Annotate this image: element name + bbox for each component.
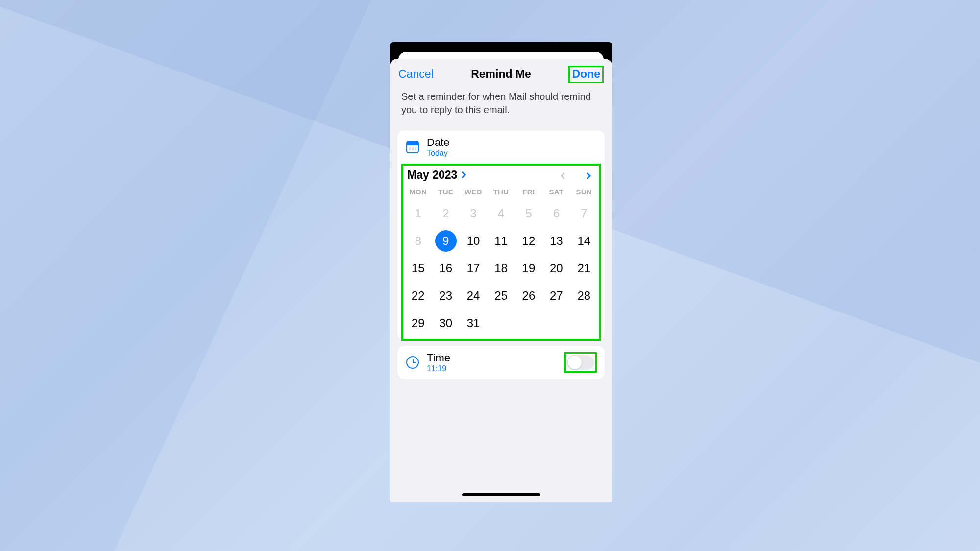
time-row[interactable]: Time 11:19: [397, 346, 605, 379]
chevron-right-icon: [459, 171, 466, 178]
prev-month-button[interactable]: [557, 169, 571, 181]
calendar-day[interactable]: 9: [432, 227, 459, 255]
phone-frame: Cancel Remind Me Done Set a reminder for…: [390, 42, 612, 502]
date-label: Date: [427, 136, 597, 149]
sheet-title: Remind Me: [471, 68, 531, 81]
calendar-day[interactable]: 29: [404, 310, 432, 337]
calendar-day[interactable]: 16: [432, 255, 459, 282]
done-button[interactable]: Done: [572, 68, 600, 80]
next-month-button[interactable]: [580, 169, 595, 181]
chevron-left-icon: [561, 172, 567, 179]
calendar-day[interactable]: 1: [404, 200, 432, 227]
calendar-day[interactable]: 23: [432, 282, 459, 310]
calendar-day[interactable]: 19: [515, 255, 542, 282]
calendar-day[interactable]: 20: [542, 255, 570, 282]
calendar-day[interactable]: 24: [460, 282, 487, 310]
calendar-day[interactable]: 17: [460, 255, 487, 282]
date-card: Date Today May 2023 MONTUEWEDTHUFRISATSU…: [397, 130, 605, 341]
calendar-day[interactable]: 4: [487, 200, 514, 227]
remind-me-sheet: Cancel Remind Me Done Set a reminder for…: [390, 59, 612, 502]
weekday-header: SAT: [542, 186, 570, 200]
calendar-day[interactable]: 15: [404, 255, 432, 282]
calendar-day[interactable]: 7: [570, 200, 598, 227]
calendar-day[interactable]: 21: [570, 255, 598, 282]
done-highlight: Done: [568, 66, 604, 83]
calendar-day[interactable]: 12: [515, 227, 542, 255]
time-card: Time 11:19: [397, 346, 605, 379]
month-label: May 2023: [407, 168, 457, 182]
weekday-header: SUN: [570, 186, 598, 200]
calendar-day[interactable]: 28: [570, 282, 598, 310]
weekday-header: MON: [404, 186, 432, 200]
weekday-header: TUE: [432, 186, 459, 200]
calendar-day[interactable]: 14: [570, 227, 598, 255]
calendar-day[interactable]: 13: [542, 227, 570, 255]
calendar-day[interactable]: 2: [432, 200, 459, 227]
home-indicator[interactable]: [462, 493, 540, 496]
clock-icon: [405, 355, 420, 370]
time-label: Time: [427, 352, 558, 364]
calendar-day[interactable]: 6: [542, 200, 570, 227]
calendar-day[interactable]: 25: [487, 282, 514, 310]
chevron-right-icon: [584, 172, 591, 179]
calendar-day[interactable]: 30: [432, 310, 459, 337]
navbar: Cancel Remind Me Done: [390, 59, 612, 88]
calendar-grid: MONTUEWEDTHUFRISATSUN1234567891011121314…: [404, 186, 598, 337]
time-value: 11:19: [427, 364, 558, 373]
calendar-day[interactable]: 3: [460, 200, 487, 227]
sheet-description: Set a reminder for when Mail should remi…: [390, 88, 612, 126]
month-picker[interactable]: May 2023: [407, 168, 465, 182]
weekday-header: WED: [460, 186, 487, 200]
date-value: Today: [427, 149, 597, 158]
calendar-day[interactable]: 26: [515, 282, 542, 310]
weekday-header: FRI: [515, 186, 542, 200]
calendar-icon: [405, 140, 420, 154]
calendar-day[interactable]: 11: [487, 227, 514, 255]
calendar-day[interactable]: 22: [404, 282, 432, 310]
calendar-day[interactable]: 10: [460, 227, 487, 255]
time-toggle-highlight: [564, 352, 597, 373]
calendar-day[interactable]: 5: [515, 200, 542, 227]
time-toggle[interactable]: [567, 355, 594, 370]
date-row[interactable]: Date Today: [397, 130, 605, 164]
calendar-highlight: May 2023 MONTUEWEDTHUFRISATSUN1234567891…: [401, 164, 601, 341]
cancel-button[interactable]: Cancel: [398, 68, 434, 81]
weekday-header: THU: [487, 186, 514, 200]
calendar-day[interactable]: 27: [542, 282, 570, 310]
calendar-day[interactable]: 31: [460, 310, 487, 337]
calendar-day[interactable]: 8: [404, 227, 432, 255]
calendar-day[interactable]: 18: [487, 255, 514, 282]
